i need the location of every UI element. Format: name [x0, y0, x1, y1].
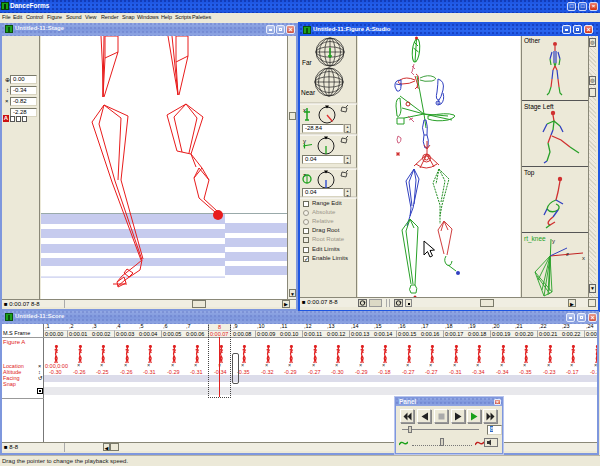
svg-text:y: y: [552, 238, 555, 244]
svg-text:x: x: [582, 255, 585, 261]
svg-text:Far: Far: [302, 59, 313, 66]
svg-text:Near: Near: [301, 89, 316, 96]
svg-text:z: z: [566, 251, 569, 257]
svg-text:y: y: [303, 138, 306, 144]
